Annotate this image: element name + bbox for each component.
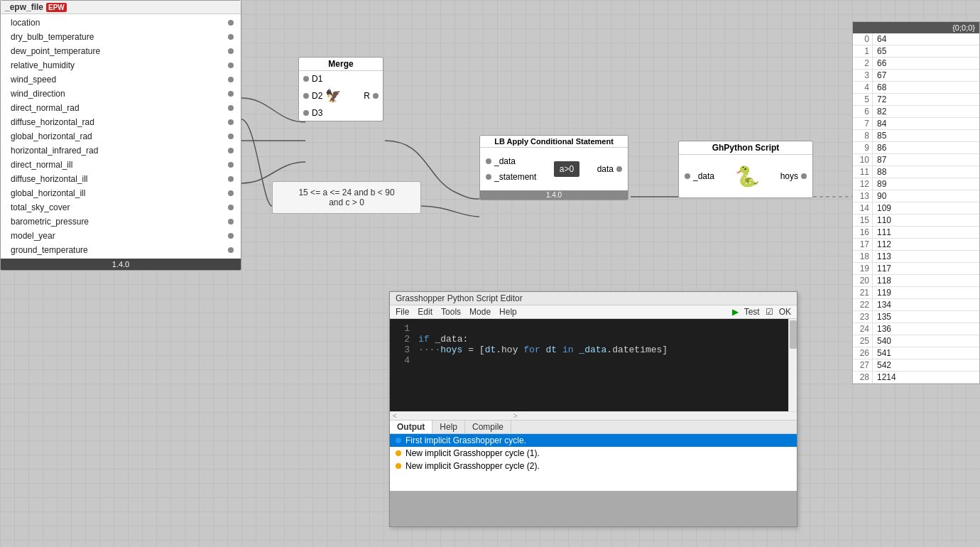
ok-button[interactable]: OK <box>779 307 791 317</box>
test-button[interactable]: Test <box>744 307 760 317</box>
row-value: 135 <box>873 311 895 323</box>
d3-label: D3 <box>312 108 322 118</box>
epw-output-dot <box>228 91 234 97</box>
epw-badge: EPW <box>46 3 67 12</box>
row-value: 134 <box>873 299 895 310</box>
row-value: 85 <box>873 130 891 141</box>
row-value: 68 <box>873 82 891 93</box>
row-index: 12 <box>853 178 873 190</box>
epw-output-item: direct_normal_ill <box>1 158 241 172</box>
merge-title: Merge <box>299 58 383 71</box>
epw-output-item: global_horizontal_ill <box>1 186 241 200</box>
epw-output-dot <box>228 176 234 182</box>
ok-checkbox-icon: ☑ <box>766 307 773 317</box>
conditional-line1: 15 <= a <= 24 and b < 90 <box>280 188 413 197</box>
tab-help[interactable]: Help <box>432 421 465 433</box>
ghpython-icon: 🐍 <box>735 165 760 188</box>
tab-output[interactable]: Output <box>390 421 432 433</box>
output-row: 1188 <box>853 166 979 178</box>
output-row: 21119 <box>853 287 979 299</box>
merge-output: R <box>364 91 379 101</box>
output-panel-rows[interactable]: 0641652663674685726827848859861087118812… <box>853 33 979 384</box>
row-index: 5 <box>853 94 873 105</box>
row-index: 19 <box>853 263 873 274</box>
row-value: 110 <box>873 215 895 226</box>
lb-data-output: data <box>597 164 622 174</box>
epw-output-item: barometric_pressure <box>1 215 241 229</box>
output-row: 14109 <box>853 202 979 215</box>
code-line-4: 4 <box>396 355 791 366</box>
merge-inputs: D1 D2 🦅 D3 <box>303 74 341 118</box>
epw-component[interactable]: _epw_file EPW locationdry_bulb_temperatu… <box>0 0 241 271</box>
code-line-1: 1 <box>396 323 791 334</box>
tab-compile[interactable]: Compile <box>465 421 511 433</box>
menu-edit[interactable]: Edit <box>418 307 432 317</box>
lb-statement-input: _statement <box>486 172 536 182</box>
epw-output-item: model_year <box>1 229 241 243</box>
row-index: 16 <box>853 227 873 238</box>
epw-output-item: dry_bulb_temperature <box>1 30 241 44</box>
menu-mode[interactable]: Mode <box>469 307 491 317</box>
epw-output-item: horizontal_infrared_rad <box>1 143 241 158</box>
epw-version: 1.4.0 <box>1 259 241 270</box>
code-editor[interactable]: 1 2 if _data: 3 ····hoys = [dt.hoy for d… <box>390 319 797 411</box>
lb-apply-component[interactable]: LB Apply Conditional Statement _data _st… <box>479 135 628 200</box>
run-controls: ▶ Test ☑ OK <box>732 307 791 317</box>
row-value: 113 <box>873 251 895 262</box>
conditional-box[interactable]: 15 <= a <= 24 and b < 90 and c > 0 <box>272 181 421 214</box>
epw-output-item: total_sky_cover <box>1 200 241 215</box>
ghpython-hoys-label: hoys <box>780 171 798 181</box>
row-index: 26 <box>853 347 873 359</box>
row-value: 64 <box>873 33 891 45</box>
row-index: 0 <box>853 33 873 45</box>
row-index: 8 <box>853 130 873 141</box>
hscroll-bar[interactable]: < > <box>390 411 797 420</box>
row-value: 119 <box>873 287 895 298</box>
play-icon: ▶ <box>732 307 739 317</box>
output-row: 17112 <box>853 239 979 251</box>
output-row: 22134 <box>853 299 979 311</box>
epw-output-item: diffuse_horizontal_ill <box>1 172 241 186</box>
output-message[interactable]: New implicit Grasshopper cycle (2). <box>390 460 797 472</box>
row-index: 2 <box>853 58 873 69</box>
epw-output-dot <box>228 162 234 168</box>
output-message[interactable]: New implicit Grasshopper cycle (1). <box>390 447 797 460</box>
output-row: 20118 <box>853 275 979 287</box>
msg-text: First implicit Grasshopper cycle. <box>405 435 526 445</box>
epw-output-dot <box>228 190 234 196</box>
ghpython-component[interactable]: GhPython Script _data 🐍 hoys <box>678 141 813 198</box>
epw-output-dot <box>228 119 234 125</box>
d3-dot <box>303 110 309 116</box>
ghpython-data-dot <box>685 173 690 179</box>
menu-file[interactable]: File <box>396 307 409 317</box>
output-row: 281214 <box>853 372 979 384</box>
ghpython-title: GhPython Script <box>679 141 812 155</box>
output-panel-header: {0;0;0} <box>853 22 979 33</box>
epw-output-item: location <box>1 16 241 30</box>
merge-input-d1: D1 <box>303 74 341 84</box>
code-scrollbar[interactable] <box>788 319 797 411</box>
epw-output-dot <box>228 134 234 139</box>
menu-help[interactable]: Help <box>499 307 517 317</box>
output-row: 26541 <box>853 347 979 359</box>
msg-text: New implicit Grasshopper cycle (2). <box>405 461 540 471</box>
python-editor[interactable]: Grasshopper Python Script Editor File Ed… <box>389 291 797 527</box>
output-row: 986 <box>853 142 979 154</box>
epw-file-label: _epw_file <box>5 2 43 12</box>
output-row: 784 <box>853 118 979 130</box>
epw-output-dot <box>228 34 234 40</box>
output-message[interactable]: First implicit Grasshopper cycle. <box>390 434 797 447</box>
ghpython-output: hoys <box>780 171 807 181</box>
row-index: 11 <box>853 166 873 178</box>
row-value: 65 <box>873 45 891 57</box>
merge-component[interactable]: Merge D1 D2 🦅 D3 R <box>298 57 383 121</box>
row-value: 84 <box>873 118 891 129</box>
menu-tools[interactable]: Tools <box>441 307 461 317</box>
row-value: 111 <box>873 227 895 238</box>
epw-output-dot <box>228 63 234 68</box>
epw-output-dot <box>228 105 234 111</box>
row-value: 90 <box>873 190 891 202</box>
output-row: 1390 <box>853 190 979 202</box>
d1-label: D1 <box>312 74 322 84</box>
merge-icon: 🦅 <box>325 88 341 104</box>
